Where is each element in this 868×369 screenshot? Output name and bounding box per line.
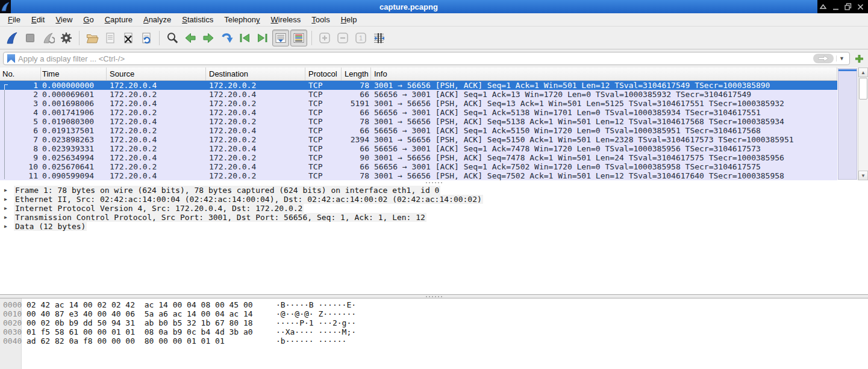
cell-len: 78 — [342, 171, 371, 180]
filter-history-dropdown[interactable]: ▼ — [836, 55, 847, 62]
hex-row-0000[interactable]: 000002 42 ac 14 00 02 02 42 ac 14 00 04 … — [0, 300, 868, 309]
column-header-source[interactable]: Source — [107, 68, 206, 80]
menu-file[interactable]: File — [2, 14, 26, 25]
cell-src: 172.20.0.4 — [107, 99, 206, 108]
detail-text: Transmission Control Protocol, Src Port:… — [14, 213, 426, 222]
detail-line-1[interactable]: ▶Ethernet II, Src: 02:42:ac:14:00:04 (02… — [0, 195, 868, 204]
cell-dst: 172.20.0.4 — [206, 144, 305, 153]
packet-row-6[interactable]: 60.019137501172.20.0.2172.20.0.4TCP66566… — [0, 126, 837, 135]
menu-capture[interactable]: Capture — [99, 14, 138, 25]
column-header-destination[interactable]: Destination — [206, 68, 305, 80]
colorize-toggle-icon — [292, 31, 305, 45]
menu-help[interactable]: Help — [336, 14, 363, 25]
packet-row-5[interactable]: 50.019080300172.20.0.4172.20.0.2TCP78300… — [0, 117, 837, 126]
start-capture-button[interactable] — [4, 30, 20, 46]
capture-options-button[interactable] — [58, 30, 75, 46]
go-first-packet-button[interactable] — [236, 30, 253, 46]
auto-scroll-toggle-button[interactable] — [272, 30, 289, 46]
packet-list-header: No.TimeSourceDestinationProtocolLengthIn… — [0, 68, 837, 81]
packet-row-10[interactable]: 100.025670641172.20.0.2172.20.0.4TCP6656… — [0, 162, 837, 171]
hex-row-0040[interactable]: 0040ad 62 82 0a f8 00 00 00 80 00 00 01 … — [0, 336, 868, 345]
open-file-button[interactable] — [84, 30, 101, 46]
menu-go[interactable]: Go — [78, 14, 99, 25]
expander-icon[interactable]: ▶ — [4, 213, 10, 222]
scrollbar-trough[interactable] — [858, 77, 868, 171]
cell-info: 3001 → 56656 [PSH, ACK] Seq=7478 Ack=1 W… — [371, 153, 837, 162]
detail-line-3[interactable]: ▶Transmission Control Protocol, Src Port… — [0, 213, 868, 222]
close-file-button[interactable] — [120, 30, 137, 46]
hex-row-0010[interactable]: 001000 40 87 e3 40 00 40 06 5a a6 ac 14 … — [0, 309, 868, 318]
packet-bytes-pane: 000002 42 ac 14 00 02 02 42 ac 14 00 04 … — [0, 298, 868, 369]
detail-line-0[interactable]: ▶Frame 1: 78 bytes on wire (624 bits), 7… — [0, 186, 868, 195]
colorize-toggle-button[interactable] — [290, 30, 307, 46]
detail-line-2[interactable]: ▶Internet Protocol Version 4, Src: 172.2… — [0, 204, 868, 213]
column-header-length[interactable]: Length — [342, 68, 371, 80]
packet-row-9[interactable]: 90.025634994172.20.0.4172.20.0.2TCP90300… — [0, 153, 837, 162]
menu-statistics[interactable]: Statistics — [176, 14, 219, 25]
go-back-icon — [184, 31, 197, 45]
menu-analyze[interactable]: Analyze — [138, 14, 176, 25]
menu-tools[interactable]: Tools — [306, 14, 335, 25]
cell-time: 0.000000000 — [41, 81, 107, 90]
splitter-details-bytes[interactable] — [0, 294, 868, 298]
column-header-protocol[interactable]: Protocol — [305, 68, 342, 80]
expander-icon[interactable]: ▶ — [4, 222, 10, 231]
cell-len: 5191 — [342, 99, 371, 108]
packet-row-3[interactable]: 30.001698006172.20.0.4172.20.0.2TCP51913… — [0, 99, 837, 108]
hex-row-0030[interactable]: 003001 f5 58 61 00 00 01 01 08 0a b9 0c … — [0, 327, 868, 336]
menu-edit[interactable]: Edit — [26, 14, 50, 25]
expander-icon[interactable]: ▶ — [4, 204, 10, 213]
zoom-in-button — [316, 30, 333, 46]
packet-row-8[interactable]: 80.023939331172.20.0.2172.20.0.4TCP66566… — [0, 144, 837, 153]
go-to-packet-button[interactable] — [218, 30, 235, 46]
cell-info: 56656 → 3001 [ACK] Seq=1 Ack=7502 Win=17… — [371, 162, 837, 171]
stop-capture-button — [22, 30, 39, 46]
shade-button-icon[interactable] — [819, 4, 827, 10]
detail-line-4[interactable]: ▶Data (12 bytes) — [0, 222, 868, 231]
minimize-button-icon[interactable] — [832, 4, 839, 10]
column-header-info[interactable]: Info — [371, 68, 837, 80]
reload-file-button[interactable] — [138, 30, 155, 46]
menu-wireless[interactable]: Wireless — [266, 14, 307, 25]
intelligent-scrollbar-minimap[interactable] — [837, 68, 858, 180]
go-back-button[interactable] — [182, 30, 199, 46]
packet-row-2[interactable]: 20.000069601172.20.0.2172.20.0.4TCP66566… — [0, 90, 837, 99]
packet-row-4[interactable]: 40.001741906172.20.0.2172.20.0.4TCP66566… — [0, 108, 837, 117]
expander-icon[interactable]: ▶ — [4, 186, 10, 195]
cell-src: 172.20.0.2 — [107, 144, 206, 153]
packet-row-11[interactable]: 110.090599094172.20.0.4172.20.0.2TCP7830… — [0, 171, 837, 180]
add-filter-button[interactable] — [853, 52, 865, 65]
find-packet-button[interactable] — [164, 30, 181, 46]
cell-len: 66 — [342, 90, 371, 99]
hex-offset: 0000 — [0, 300, 22, 309]
svg-text:1: 1 — [359, 34, 363, 42]
scroll-down-button[interactable]: ▼ — [858, 171, 868, 180]
packet-list-scrollbar[interactable]: ▲ ▼ — [858, 68, 868, 180]
filter-bookmark-icon[interactable] — [7, 54, 15, 63]
go-forward-button[interactable] — [200, 30, 217, 46]
resize-columns-button[interactable] — [370, 30, 387, 46]
column-header-time[interactable]: Time — [41, 68, 107, 80]
scroll-up-button[interactable]: ▲ — [858, 68, 868, 77]
menu-telephony[interactable]: Telephony — [219, 14, 265, 25]
restore-button-icon[interactable] — [845, 3, 852, 10]
capture-options-icon — [60, 31, 73, 45]
go-last-packet-button[interactable] — [254, 30, 271, 46]
display-filter-input[interactable]: Apply a display filter ... <Ctrl-/> ▼ — [3, 52, 850, 65]
hex-row-0020[interactable]: 002000 02 0b b9 dd 50 94 31 ab b0 b5 32 … — [0, 318, 868, 327]
menu-view[interactable]: View — [50, 14, 78, 25]
splitter-list-details[interactable] — [0, 180, 868, 184]
cell-src: 172.20.0.4 — [107, 117, 206, 126]
cell-time: 0.025670641 — [41, 162, 107, 171]
filter-toolbar: Apply a display filter ... <Ctrl-/> ▼ — [0, 49, 868, 68]
scrollbar-thumb[interactable] — [859, 78, 867, 99]
packet-row-1[interactable]: 10.000000000172.20.0.4172.20.0.2TCP78300… — [0, 81, 837, 90]
cell-dst: 172.20.0.2 — [206, 153, 305, 162]
apply-filter-button[interactable] — [813, 54, 834, 63]
expander-icon[interactable]: ▶ — [4, 195, 10, 204]
main-toolbar: 1 — [0, 27, 868, 49]
close-button-icon[interactable] — [857, 4, 864, 10]
packet-row-7[interactable]: 70.023898263172.20.0.4172.20.0.2TCP23943… — [0, 135, 837, 144]
cell-proto: TCP — [305, 108, 342, 117]
column-header-no[interactable]: No. — [0, 68, 41, 80]
